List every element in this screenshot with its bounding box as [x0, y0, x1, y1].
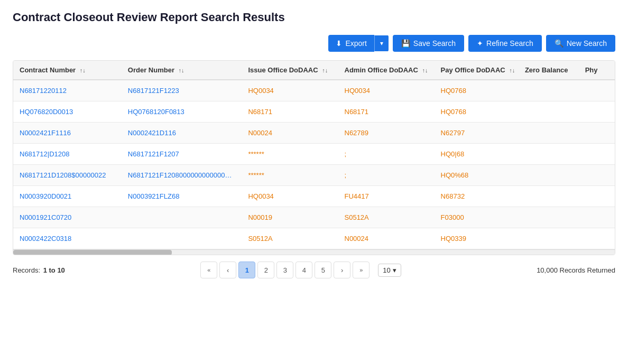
table-cell[interactable]: ;: [338, 165, 435, 186]
table-cell[interactable]: [122, 228, 242, 249]
table-row: HQ076820D0013HQ0768120F0813N68171N68171H…: [13, 101, 615, 123]
search-icon: 🔍: [555, 39, 564, 48]
new-search-button[interactable]: 🔍 New Search: [546, 35, 615, 52]
per-page-caret: ▾: [393, 266, 396, 274]
table-cell[interactable]: N62789: [338, 123, 435, 144]
sort-icon-admin: ↑↓: [422, 67, 428, 73]
table-cell[interactable]: HQ0339: [435, 228, 519, 249]
results-table-container: Contract Number ↑↓ Order Number ↑↓ Issue…: [13, 60, 615, 255]
table-row: N0002421F1116N0002421D116N00024N62789N62…: [13, 123, 615, 144]
save-search-button[interactable]: 💾 Save Search: [393, 35, 464, 52]
results-table: Contract Number ↑↓ Order Number ↑↓ Issue…: [13, 61, 615, 249]
table-cell[interactable]: HQ0768: [435, 80, 519, 101]
toolbar: ⬇ Export ▾ 💾 Save Search ✦ Refine Search…: [13, 35, 615, 52]
table-cell[interactable]: N0002422C0318: [13, 228, 122, 249]
refine-search-button[interactable]: ✦ Refine Search: [468, 35, 542, 52]
download-icon: ⬇: [336, 39, 342, 48]
page-button-2[interactable]: 2: [257, 262, 274, 278]
table-cell: [519, 144, 579, 165]
table-cell[interactable]: N0003920D0021: [13, 186, 122, 207]
last-page-button[interactable]: »: [353, 262, 370, 278]
export-button[interactable]: ⬇ Export: [328, 35, 374, 52]
table-cell[interactable]: ;: [338, 144, 435, 165]
table-cell[interactable]: ******: [242, 144, 338, 165]
export-button-group[interactable]: ⬇ Export ▾: [328, 35, 388, 52]
table-cell: [519, 207, 579, 228]
table-cell[interactable]: HQ0034: [242, 186, 338, 207]
table-cell[interactable]: HQ0%68: [435, 165, 519, 186]
next-page-button[interactable]: ›: [334, 262, 350, 278]
col-header-order-number[interactable]: Order Number ↑↓: [122, 61, 242, 80]
table-row: N0003920D0021N0003921FLZ68HQ0034FU4417N6…: [13, 186, 615, 207]
col-header-contract-number[interactable]: Contract Number ↑↓: [13, 61, 122, 80]
pagination-left: Records: 1 to 10: [13, 266, 65, 274]
table-cell[interactable]: N6817121D1208$00000022: [13, 165, 122, 186]
table-scroll-wrapper[interactable]: Contract Number ↑↓ Order Number ↑↓ Issue…: [13, 61, 615, 249]
sort-icon-order: ↑↓: [179, 67, 184, 73]
horizontal-scrollbar[interactable]: [13, 249, 615, 255]
table-cell[interactable]: HQ0034: [338, 80, 435, 101]
table-cell: [519, 228, 579, 249]
table-cell[interactable]: N0002421D116: [122, 123, 242, 144]
col-header-admin-office[interactable]: Admin Office DoDAAC ↑↓: [338, 61, 435, 80]
table-cell: [579, 101, 615, 123]
table-cell[interactable]: N0002421F1116: [13, 123, 122, 144]
table-cell[interactable]: HQ0768120F0813: [122, 101, 242, 123]
page-button-4[interactable]: 4: [295, 262, 312, 278]
prev-page-button[interactable]: ‹: [219, 262, 236, 278]
first-page-button[interactable]: «: [200, 262, 217, 278]
table-cell[interactable]: N6817121F12080000000000000001: [122, 165, 242, 186]
table-cell[interactable]: HQ0768: [435, 101, 519, 123]
table-cell: [579, 186, 615, 207]
table-row: N0002422C0318S0512AN00024HQ0339: [13, 228, 615, 249]
table-cell: [579, 207, 615, 228]
table-cell[interactable]: HQ076820D0013: [13, 101, 122, 123]
table-cell[interactable]: N62797: [435, 123, 519, 144]
table-cell[interactable]: [122, 207, 242, 228]
total-records: 10,000 Records Returned: [537, 266, 615, 274]
table-cell[interactable]: N68732: [435, 186, 519, 207]
table-cell[interactable]: FU4417: [338, 186, 435, 207]
table-cell[interactable]: N00019: [242, 207, 338, 228]
table-cell: [579, 228, 615, 249]
scroll-thumb[interactable]: [13, 250, 172, 255]
table-cell[interactable]: HQ0034: [242, 80, 338, 101]
sort-icon-issue: ↑↓: [322, 67, 328, 73]
page-button-3[interactable]: 3: [276, 262, 293, 278]
table-cell[interactable]: N6817121F1223: [122, 80, 242, 101]
pagination-bar: Records: 1 to 10 « ‹ 1 2 3 4 5 › » 10 ▾ …: [13, 255, 615, 281]
page-button-1[interactable]: 1: [238, 262, 255, 278]
export-dropdown-button[interactable]: ▾: [374, 35, 389, 51]
table-cell[interactable]: N0003921FLZ68: [122, 186, 242, 207]
table-cell[interactable]: F03000: [435, 207, 519, 228]
table-cell[interactable]: N00024: [242, 123, 338, 144]
table-cell: [579, 123, 615, 144]
table-cell[interactable]: N0001921C0720: [13, 207, 122, 228]
table-row: N68171220112N6817121F1223HQ0034HQ0034HQ0…: [13, 80, 615, 101]
page-button-5[interactable]: 5: [315, 262, 331, 278]
col-header-issue-office[interactable]: Issue Office DoDAAC ↑↓: [242, 61, 338, 80]
table-cell[interactable]: S0512A: [338, 207, 435, 228]
table-cell[interactable]: HQ0|68: [435, 144, 519, 165]
save-icon: 💾: [401, 39, 410, 48]
col-header-pay-office[interactable]: Pay Office DoDAAC ↑↓: [435, 61, 519, 80]
page-title: Contract Closeout Review Report Search R…: [13, 11, 615, 24]
table-cell[interactable]: N00024: [338, 228, 435, 249]
table-cell: [519, 80, 579, 101]
caret-down-icon: ▾: [380, 40, 383, 47]
table-cell[interactable]: ******: [242, 165, 338, 186]
table-cell[interactable]: S0512A: [242, 228, 338, 249]
table-cell[interactable]: N68171: [242, 101, 338, 123]
col-header-zero-balance: Zero Balance: [519, 61, 579, 80]
per-page-selector[interactable]: 10 ▾: [378, 264, 401, 277]
per-page-value: 10: [383, 266, 390, 274]
table-cell[interactable]: N68171: [338, 101, 435, 123]
table-cell: [519, 165, 579, 186]
table-cell[interactable]: N68171220112: [13, 80, 122, 101]
table-body: N68171220112N6817121F1223HQ0034HQ0034HQ0…: [13, 80, 615, 249]
col-header-phy: Phy: [579, 61, 615, 80]
records-label: Records:: [13, 266, 40, 274]
table-cell: [519, 123, 579, 144]
table-cell[interactable]: N6817121F1207: [122, 144, 242, 165]
table-cell[interactable]: N681712|D1208: [13, 144, 122, 165]
